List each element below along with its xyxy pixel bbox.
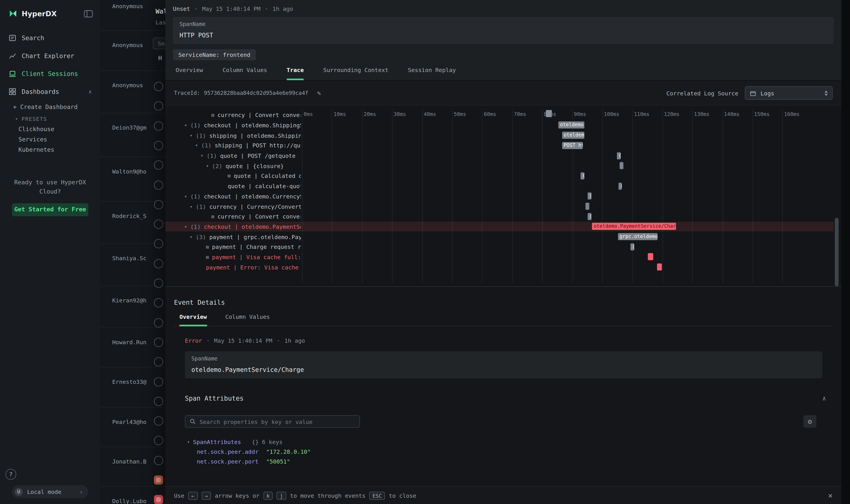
session-status-icon[interactable] xyxy=(154,416,163,426)
span-duration-bar[interactable] xyxy=(657,264,662,270)
caret-down-icon[interactable]: ▾ xyxy=(184,193,187,199)
span-duration-bar[interactable]: oteldemo.PaymentService/Char xyxy=(592,223,676,230)
session-status-icon[interactable] xyxy=(154,102,163,111)
span-duration-bar[interactable]: oteldemo xyxy=(562,132,584,139)
local-mode-pill[interactable]: U Local mode › xyxy=(12,485,88,498)
attribute-row[interactable]: net.sock.peer.addr"172.28.0.10" xyxy=(187,447,833,456)
trace-span-row[interactable]: ▾(2)quote | {closure} xyxy=(165,161,834,171)
panel-tab-surrounding-context[interactable]: Surrounding Context xyxy=(323,67,388,80)
session-status-icon[interactable] xyxy=(154,82,163,91)
trace-span-row[interactable]: ▾(3)payment | grpc.oteldemo.Paymen…grpc.… xyxy=(165,232,834,242)
session-name[interactable]: Anonymous xyxy=(112,82,143,88)
create-dashboard-button[interactable]: + Create Dashboard xyxy=(0,101,100,113)
trace-span-row[interactable]: payment | Error: Visa cache ful… xyxy=(165,262,834,272)
session-name[interactable]: Anonymous xyxy=(112,42,143,48)
panel-tab-session-replay[interactable]: Session Replay xyxy=(408,67,456,80)
trace-span-row[interactable]: ▾(1)currency | Currency/Convert xyxy=(165,201,834,211)
session-name[interactable]: Howard.Run xyxy=(112,339,146,345)
session-status-icon[interactable] xyxy=(154,377,163,386)
session-name[interactable]: Jonathan.B xyxy=(112,458,146,465)
trace-span-row[interactable]: ▾(1)shipping | POST http://quo…POST ht xyxy=(165,140,834,150)
session-name[interactable]: Roderick_S xyxy=(112,212,146,219)
presets-toggle[interactable]: ▾ PRESETS xyxy=(0,113,100,124)
span-duration-bar[interactable] xyxy=(648,253,653,260)
session-status-icon[interactable] xyxy=(154,121,163,130)
collapse-attributes-icon[interactable]: ∧ xyxy=(822,395,826,402)
trace-span-row[interactable]: ▤payment | Charge request rec…( xyxy=(165,242,834,252)
trace-span-row[interactable]: ▾(1)checkout | oteldemo.PaymentServi…ote… xyxy=(165,221,834,232)
service-name-chip[interactable]: ServiceName: frontend xyxy=(173,49,256,60)
close-panel-button[interactable]: × xyxy=(828,491,833,500)
trace-span-row[interactable]: ▤quote | Calculated q…( xyxy=(165,171,834,181)
session-status-icon[interactable] xyxy=(154,357,163,366)
span-duration-bar[interactable]: oteldemo. xyxy=(558,122,584,129)
span-duration-bar[interactable]: { xyxy=(617,152,621,159)
span-duration-bar[interactable]: ( xyxy=(630,243,634,250)
span-duration-bar[interactable]: ( xyxy=(618,182,622,190)
session-status-icon[interactable] xyxy=(154,299,163,308)
caret-down-icon[interactable]: ▾ xyxy=(201,153,203,158)
span-duration-bar[interactable]: grpc.oteldemo. xyxy=(618,233,657,240)
trace-span-row[interactable]: ▤payment | Visa cache full: c… xyxy=(165,252,834,262)
span-duration-bar[interactable]: ( xyxy=(587,213,591,220)
session-status-icon[interactable] xyxy=(154,180,163,190)
session-warning-icon[interactable] xyxy=(154,475,163,485)
preset-clickhouse[interactable]: Clickhouse xyxy=(0,124,100,134)
sidebar-item-search[interactable]: Search xyxy=(0,30,100,46)
session-status-icon[interactable] xyxy=(154,219,163,229)
session-name[interactable]: Anonymous xyxy=(112,3,143,9)
trace-span-row[interactable]: ▤currency | Convert convers…( xyxy=(165,211,834,221)
sessions-search-input[interactable]: Sea xyxy=(153,37,165,49)
caret-down-icon[interactable]: ▾ xyxy=(184,123,187,128)
span-duration-bar[interactable]: ( xyxy=(581,172,584,179)
edit-trace-id-icon[interactable]: ✎ xyxy=(317,89,321,97)
caret-down-icon[interactable]: ▾ xyxy=(190,133,193,138)
session-status-icon[interactable] xyxy=(154,318,163,327)
detail-tab-column-values[interactable]: Column Values xyxy=(225,313,270,326)
caret-down-icon[interactable]: ▾ xyxy=(190,203,193,209)
session-status-icon[interactable] xyxy=(154,141,163,150)
session-name[interactable]: Pearl43@ho xyxy=(112,418,146,425)
detail-tab-overview[interactable]: Overview xyxy=(179,313,207,326)
preset-services[interactable]: Services xyxy=(0,134,100,145)
span-duration-bar[interactable]: ( xyxy=(587,193,591,199)
trace-span-row[interactable]: ▾(1)quote | POST /getquote{ xyxy=(165,150,834,161)
trace-span-row[interactable]: ▾(1)shipping | oteldemo.Shipping…oteldem… xyxy=(165,130,834,140)
attributes-root-row[interactable]: ▾ SpanAttributes {} 6 keys xyxy=(187,437,833,447)
session-status-icon[interactable] xyxy=(154,279,163,288)
session-status-icon[interactable] xyxy=(154,161,163,170)
get-started-button[interactable]: Get Started for Free xyxy=(12,203,88,216)
attr-search-input[interactable]: Search properties by key or value xyxy=(185,415,360,428)
span-duration-bar[interactable] xyxy=(620,162,623,169)
span-duration-bar[interactable]: POST ht xyxy=(562,142,583,149)
session-name[interactable]: Ernesto33@ xyxy=(112,378,146,385)
trace-span-row[interactable]: ▾(1)checkout | oteldemo.ShippingSe…oteld… xyxy=(165,120,834,130)
sidebar-collapse-icon[interactable] xyxy=(84,10,93,17)
caret-down-icon[interactable]: ▾ xyxy=(206,163,209,168)
session-name[interactable]: Walton9@ho xyxy=(112,168,146,175)
caret-down-icon[interactable]: ▾ xyxy=(190,234,193,239)
panel-tab-overview[interactable]: Overview xyxy=(176,67,203,80)
session-status-icon[interactable] xyxy=(154,397,163,406)
trace-span-row[interactable]: quote | calculate-quote( xyxy=(165,181,834,191)
session-status-icon[interactable] xyxy=(154,239,163,249)
caret-down-icon[interactable]: ▾ xyxy=(195,143,198,148)
trace-span-row[interactable]: ▾(1)checkout | oteldemo.CurrencySe…( xyxy=(165,191,834,201)
caret-down-icon[interactable]: ▾ xyxy=(184,224,187,229)
session-error-icon[interactable] xyxy=(154,495,163,504)
span-duration-bar[interactable] xyxy=(585,203,589,210)
session-name[interactable]: Shaniya.Sc xyxy=(112,255,146,261)
trace-span-row[interactable]: ▤currency | Convert convers… xyxy=(165,110,834,120)
session-status-icon[interactable] xyxy=(154,456,163,465)
log-source-select[interactable]: Logs xyxy=(745,86,833,100)
session-name[interactable]: Kieran92@h xyxy=(112,297,146,303)
session-status-icon[interactable] xyxy=(154,200,163,209)
panel-tab-trace[interactable]: Trace xyxy=(287,67,304,80)
session-status-icon[interactable] xyxy=(154,436,163,445)
session-status-icon[interactable] xyxy=(154,338,163,347)
settings-gear-button[interactable]: ⚙ xyxy=(803,415,816,428)
sidebar-item-chart-explorer[interactable]: Chart Explorer xyxy=(0,48,100,64)
viewport-marker[interactable] xyxy=(546,110,552,117)
preset-kubernetes[interactable]: Kubernetes xyxy=(0,145,100,155)
sidebar-item-client-sessions[interactable]: Client Sessions xyxy=(0,66,100,81)
